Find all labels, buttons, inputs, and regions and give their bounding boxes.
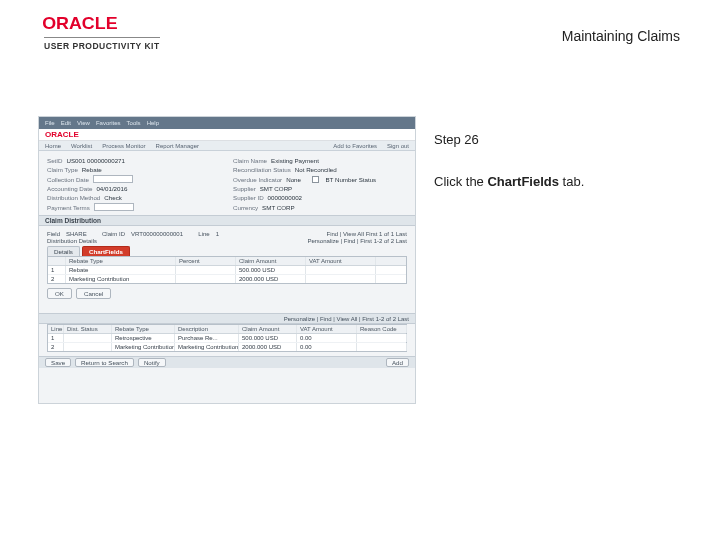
- menu-item[interactable]: Tools: [127, 120, 141, 126]
- field-label: Collection Date: [47, 176, 89, 183]
- col-header: Description: [175, 325, 239, 333]
- save-button[interactable]: Save: [45, 358, 71, 367]
- col-header: Percent: [176, 257, 236, 265]
- table-row[interactable]: 1 Rebate 500.000 USD: [48, 266, 406, 275]
- cell: 1: [48, 334, 64, 342]
- app-brand-bar: ORACLE: [39, 129, 415, 141]
- page-footer: Save Return to Search Notify Add: [39, 356, 415, 368]
- grid-nav[interactable]: Personalize | Find | View All | First 1-…: [284, 316, 409, 322]
- lower-section-bar: Personalize | Find | View All | First 1-…: [39, 313, 415, 324]
- grid-nav[interactable]: Find | View All First 1 of 1 Last: [327, 231, 407, 237]
- menu-item[interactable]: View: [77, 120, 90, 126]
- cancel-button[interactable]: Cancel: [76, 288, 111, 299]
- section-bar-claim-distribution: Claim Distribution: [39, 215, 415, 226]
- ok-button[interactable]: OK: [47, 288, 72, 299]
- col-header: Line: [48, 325, 64, 333]
- col-header: Claim Amount: [236, 257, 306, 265]
- cell: Purchase Re...: [175, 334, 239, 342]
- return-button[interactable]: Return to Search: [75, 358, 134, 367]
- claim-header-form: SetIDUS001 00000000271 Claim NameExistin…: [39, 151, 415, 215]
- field-label: Reconciliation Status: [233, 166, 291, 173]
- instruction-pre: Click the: [434, 174, 487, 189]
- distribution-grid: Rebate Type Percent Claim Amount VAT Amo…: [47, 256, 407, 284]
- cell: [64, 334, 112, 342]
- field-label: Line: [198, 231, 209, 237]
- field-value: Not Reconciled: [295, 166, 337, 173]
- cell: [176, 266, 236, 274]
- step-label: Step 26: [434, 132, 684, 147]
- toolbar-link[interactable]: Process Monitor: [102, 143, 145, 149]
- col-header: Rebate Type: [112, 325, 175, 333]
- menu-item[interactable]: Favorites: [96, 120, 121, 126]
- menu-item[interactable]: File: [45, 120, 55, 126]
- cell: 1: [48, 266, 66, 274]
- claim-distribution-section: FieldSHARE Claim IDVRT000000000001 Line1…: [39, 226, 415, 303]
- payment-terms-input[interactable]: [94, 203, 134, 211]
- field-label: SetID: [47, 157, 62, 164]
- instruction-text: Click the ChartFields tab.: [434, 173, 684, 191]
- field-label: Claim Name: [233, 157, 267, 164]
- add-button[interactable]: Add: [386, 358, 409, 367]
- cell: [176, 275, 236, 283]
- app-screenshot: File Edit View Favorites Tools Help ORAC…: [38, 116, 416, 404]
- table-row[interactable]: 1 Retrospective Purchase Re... 500.000 U…: [48, 334, 406, 343]
- col-header: Claim Amount: [239, 325, 297, 333]
- cell: [306, 275, 376, 283]
- cell: Rebate: [66, 266, 176, 274]
- field-label: Field: [47, 231, 60, 237]
- instruction-post: tab.: [559, 174, 584, 189]
- cell: 2000.000 USD: [236, 275, 306, 283]
- field-label: Distribution Method: [47, 194, 100, 201]
- cell: [357, 343, 407, 351]
- col-header: [48, 257, 66, 265]
- cell: [306, 266, 376, 274]
- brand-subtitle: USER PRODUCTIVITY KIT: [44, 37, 160, 51]
- toolbar-link[interactable]: Sign out: [387, 143, 409, 149]
- menu-item[interactable]: Help: [147, 120, 159, 126]
- cell: [357, 334, 407, 342]
- brand-word: ORACLE: [42, 14, 117, 34]
- instruction-bold: ChartFields: [487, 174, 559, 189]
- checkbox[interactable]: [312, 176, 319, 183]
- cell: Marketing Contribution: [112, 343, 175, 351]
- oracle-logo: ORACLE: [44, 14, 160, 34]
- field-value: Rebate: [82, 166, 102, 173]
- cell: Retrospective: [112, 334, 175, 342]
- toolbar-link[interactable]: Worklist: [71, 143, 92, 149]
- tab-details[interactable]: Details: [47, 246, 80, 256]
- tab-chartfields[interactable]: ChartFields: [82, 246, 130, 256]
- instruction-panel: Step 26 Click the ChartFields tab.: [434, 132, 684, 191]
- cell: 500.000 USD: [239, 334, 297, 342]
- table-row[interactable]: 2 Marketing Contribution Marketing Contr…: [48, 343, 406, 351]
- cell: 2000.000 USD: [239, 343, 297, 351]
- toolbar-link[interactable]: Home: [45, 143, 61, 149]
- cell: 2: [48, 343, 64, 351]
- field-value: SMT CORP: [260, 185, 293, 192]
- field-value: 1: [216, 231, 219, 237]
- notify-button[interactable]: Notify: [138, 358, 166, 367]
- col-header: Dist. Status: [64, 325, 112, 333]
- field-value: BT Number Status: [325, 176, 376, 183]
- field-value: 04/01/2016: [96, 185, 127, 192]
- field-label: Supplier: [233, 185, 256, 192]
- field-value: None: [286, 176, 301, 183]
- brand-header: ORACLE USER PRODUCTIVITY KIT: [44, 14, 160, 51]
- page-title: Maintaining Claims: [562, 28, 680, 44]
- field-value: Check: [104, 194, 122, 201]
- toolbar-link[interactable]: Add to Favorites: [333, 143, 377, 149]
- cell: Marketing Contribution: [175, 343, 239, 351]
- grid-nav[interactable]: Personalize | Find | First 1-2 of 2 Last: [308, 238, 408, 244]
- app-toolbar: Home Worklist Process Monitor Report Man…: [39, 141, 415, 151]
- toolbar-link[interactable]: Report Manager: [156, 143, 199, 149]
- field-value: 0000000002: [268, 194, 302, 201]
- field-value: US001 00000000271: [66, 157, 125, 164]
- table-row[interactable]: 2 Marketing Contribution 2000.000 USD: [48, 275, 406, 283]
- col-header: Rebate Type: [66, 257, 176, 265]
- cell: [64, 343, 112, 351]
- distribution-tabs: Details ChartFields: [47, 246, 407, 256]
- collection-date-input[interactable]: [93, 175, 133, 183]
- field-value: SHARE: [66, 231, 87, 237]
- menu-item[interactable]: Edit: [61, 120, 71, 126]
- field-label: Claim Type: [47, 166, 78, 173]
- claims-grid: Line Dist. Status Rebate Type Descriptio…: [47, 324, 407, 352]
